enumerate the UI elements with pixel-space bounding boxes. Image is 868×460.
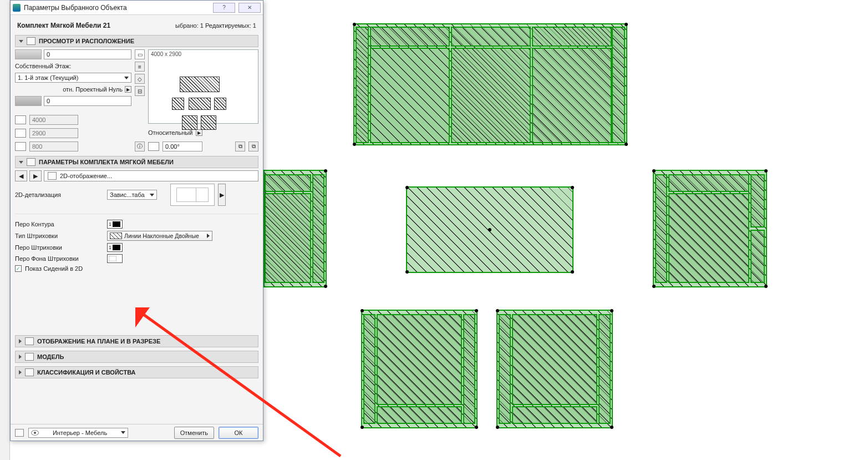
ok-button[interactable]: ОК <box>219 427 258 439</box>
hatch-icon <box>110 232 122 239</box>
plan-table[interactable] <box>406 186 573 273</box>
chevron-down-icon <box>19 40 23 43</box>
fill-type-value: Линии Наклонные Двойные <box>124 232 199 239</box>
app-left-strip <box>0 0 10 460</box>
plan-chair-left[interactable] <box>263 170 327 287</box>
preview-mode-info[interactable]: ⓘ <box>135 141 145 151</box>
nav-path-icon <box>48 172 57 180</box>
label-ref-level: отн. Проектный Нуль <box>63 86 123 93</box>
model-section-icon <box>25 353 34 361</box>
section-plan-header[interactable]: ОТОБРАЖЕНИЕ НА ПЛАНЕ И В РАЗРЕЗЕ <box>15 335 258 347</box>
dialog-footer: Интерьер - Мебель Отменить ОК <box>11 424 263 441</box>
plan-chair-bottom-right[interactable] <box>496 310 613 428</box>
label-fill-bg-pen: Перо Фона Штриховки <box>15 255 104 262</box>
floor-dropdown[interactable]: 1. 1-й этаж (Текущий) <box>15 73 131 83</box>
layer-value: Интерьер - Мебель <box>53 429 107 436</box>
section-class-title: КЛАССИФИКАЦИЯ И СВОЙСТВА <box>37 369 136 376</box>
fill-bg-pen-picker[interactable] <box>107 254 123 263</box>
dim-x-field[interactable]: 4000 <box>29 115 78 125</box>
section-preview-title: ПРОСМОТР И РАСПОЛОЖЕНИЕ <box>39 38 134 44</box>
label-show-seats: Показ Сидений в 2D <box>25 265 83 272</box>
base-elev-icon <box>15 96 42 106</box>
nav-back-button[interactable]: ◀ <box>15 170 27 181</box>
angle-icon <box>148 142 159 151</box>
elev-top-field[interactable]: 0 <box>44 49 131 59</box>
detail-thumbnail[interactable] <box>170 184 215 206</box>
preview-mode-list[interactable]: ≡ <box>135 62 145 72</box>
preview-mode-2d[interactable]: ▭ <box>135 49 145 59</box>
angle-field[interactable]: 0.00° <box>163 141 202 151</box>
chevron-down-icon <box>150 194 154 196</box>
section-class-header[interactable]: КЛАССИФИКАЦИЯ И СВОЙСТВА <box>15 366 258 378</box>
eye-icon <box>31 430 39 436</box>
chevron-down-icon <box>124 77 129 79</box>
label-2d-detail: 2D-детализация <box>15 191 104 198</box>
layer-icon <box>15 429 24 437</box>
fill-pen-picker[interactable]: 1 <box>107 243 123 252</box>
section-model-title: МОДЕЛЬ <box>37 353 64 360</box>
plan-section-icon <box>25 337 34 345</box>
chevron-right-icon <box>19 339 22 343</box>
nav-path-dropdown[interactable]: 2D-отображение... <box>44 170 258 181</box>
2d-detail-dropdown[interactable]: Завис...таба <box>107 190 157 200</box>
chevron-right-icon <box>207 234 210 238</box>
relative-label: Относительный <box>148 129 192 136</box>
preview-mode-3d[interactable]: ◇ <box>135 74 145 84</box>
section-model-header[interactable]: МОДЕЛЬ <box>15 351 258 363</box>
drawing-canvas[interactable] <box>263 0 868 460</box>
dim-x-icon <box>15 115 26 124</box>
section-params-header[interactable]: ПАРАМЕТРЫ КОМПЛЕКТА МЯГКОЙ МЕБЕЛИ <box>15 156 258 168</box>
close-button[interactable]: ✕ <box>238 3 261 13</box>
layer-dropdown[interactable]: Интерьер - Мебель <box>28 428 128 438</box>
relative-arrow[interactable]: ▶ <box>196 129 202 136</box>
dialog-titlebar[interactable]: Параметры Выбранного Объекта ? ✕ <box>11 1 263 15</box>
chevron-right-icon <box>19 355 22 359</box>
app-icon <box>13 4 21 12</box>
chevron-right-icon <box>19 370 22 375</box>
dim-y-field[interactable]: 2900 <box>29 128 78 138</box>
preview-section-icon <box>27 37 35 45</box>
fill-type-picker[interactable]: Линии Наклонные Двойные <box>107 231 212 241</box>
selection-status: ыбрано: 1 Редактируемых: 1 <box>175 22 256 29</box>
cancel-button[interactable]: Отменить <box>174 427 214 439</box>
mirror-y-button[interactable]: ⧉ <box>248 141 258 151</box>
section-preview-header[interactable]: ПРОСМОТР И РАСПОЛОЖЕНИЕ <box>15 35 258 47</box>
ref-level-arrow[interactable]: ▶ <box>125 86 131 93</box>
anchor-icon[interactable] <box>15 49 42 59</box>
label-fill-pen: Перо Штриховки <box>15 244 104 251</box>
dim-z-field[interactable]: 800 <box>29 141 78 151</box>
elev-bottom-field[interactable]: 0 <box>44 96 131 106</box>
preview-size-label: 4000 x 2900 <box>151 51 181 57</box>
dim-z-icon <box>15 142 26 151</box>
help-button[interactable]: ? <box>213 3 235 13</box>
preview-mode-elev[interactable]: ⊟ <box>135 86 145 96</box>
label-fill-type: Тип Штриховки <box>15 232 104 239</box>
object-settings-dialog: Параметры Выбранного Объекта ? ✕ Комплек… <box>10 0 263 441</box>
nav-fwd-button[interactable]: ▶ <box>29 170 42 181</box>
mirror-x-button[interactable]: ⧉ <box>235 141 245 151</box>
floor-value: 1. 1-й этаж (Текущий) <box>18 74 78 81</box>
dim-y-icon <box>15 129 26 138</box>
params-section-icon <box>27 158 35 166</box>
plan-chair-right[interactable] <box>653 170 767 287</box>
contour-pen-picker[interactable]: 1 <box>107 220 123 229</box>
dialog-title: Параметры Выбранного Объекта <box>24 4 210 12</box>
show-seats-checkbox[interactable]: ✓ <box>15 265 22 272</box>
chevron-down-icon <box>121 431 125 434</box>
chevron-down-icon <box>19 161 23 164</box>
label-contour-pen: Перо Контура <box>15 221 104 228</box>
section-params-title: ПАРАМЕТРЫ КОМПЛЕКТА МЯГКОЙ МЕБЕЛИ <box>39 159 174 165</box>
class-section-icon <box>25 368 34 376</box>
section-plan-title: ОТОБРАЖЕНИЕ НА ПЛАНЕ И В РАЗРЕЗЕ <box>37 338 160 345</box>
nav-path-text: 2D-отображение... <box>60 173 112 179</box>
object-preview[interactable]: 4000 x 2900 <box>148 49 258 124</box>
plan-sofa[interactable] <box>353 23 627 145</box>
detail-next-button[interactable]: ▶ <box>218 184 226 206</box>
plan-chair-bottom-left[interactable] <box>361 310 478 428</box>
object-name: Комплект Мягкой Мебели 21 <box>17 22 110 29</box>
label-own-floor: Собственный Этаж: <box>15 63 131 69</box>
